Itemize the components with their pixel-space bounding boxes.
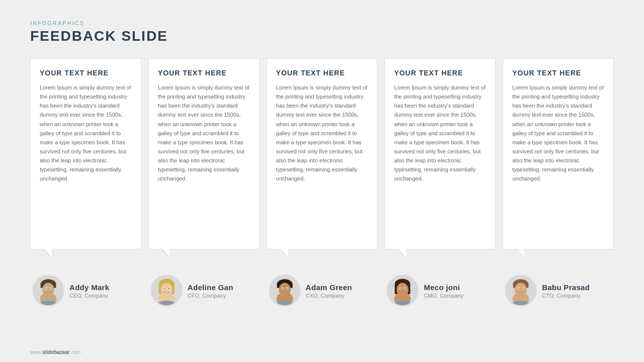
feedback-card-5: YOUR TEXT HERELorem Ipsum is simply dumm…	[503, 58, 614, 249]
header: INFOGRAPHICS FEEDBACK SLIDE	[30, 20, 614, 44]
person-row-2: Adeline GanCFO, Company	[148, 275, 260, 307]
avatar-4	[386, 275, 419, 307]
card-wrapper-2: YOUR TEXT HERELorem Ipsum is simply dumm…	[148, 58, 260, 307]
svg-point-7	[50, 288, 51, 289]
card-title-5: YOUR TEXT HERE	[512, 69, 604, 77]
person-info-1: Addy MarkCEO, Company	[69, 283, 109, 299]
svg-point-27	[282, 288, 283, 289]
card-title-3: YOUR TEXT HERE	[276, 69, 368, 77]
person-role-4: CMO, Company	[424, 293, 463, 299]
card-wrapper-1: YOUR TEXT HERELorem Ipsum is simply dumm…	[30, 58, 141, 307]
avatar-1	[32, 275, 64, 307]
person-info-4: Meco joniCMO, Company	[424, 283, 463, 299]
person-row-5: Babu PrasadCTO, Company	[503, 275, 614, 307]
card-wrapper-4: YOUR TEXT HERELorem Ipsum is simply dumm…	[384, 58, 496, 307]
feedback-card-4: YOUR TEXT HERELorem Ipsum is simply dumm…	[384, 58, 496, 249]
svg-point-49	[523, 288, 524, 289]
card-title-1: YOUR TEXT HERE	[40, 69, 132, 77]
avatar-3	[269, 275, 301, 307]
svg-point-39	[405, 288, 406, 289]
card-text-2: Lorem Ipsum is simply dummy text of the …	[158, 83, 250, 184]
avatar-2	[150, 275, 183, 307]
person-role-2: CFO, Company	[188, 293, 233, 299]
feedback-card-1: YOUR TEXT HERELorem Ipsum is simply dumm…	[30, 58, 141, 249]
avatar-5	[505, 275, 537, 307]
person-role-5: CTO, Company	[542, 293, 590, 299]
person-row-1: Addy MarkCEO, Company	[30, 275, 141, 307]
svg-point-17	[164, 288, 165, 289]
card-title-2: YOUR TEXT HERE	[158, 69, 250, 77]
feedback-card-3: YOUR TEXT HERELorem Ipsum is simply dumm…	[267, 58, 378, 249]
card-text-5: Lorem Ipsum is simply dummy text of the …	[512, 83, 604, 184]
svg-point-28	[286, 288, 287, 289]
person-role-1: CEO, Company	[69, 293, 109, 299]
person-name-1: Addy Mark	[69, 283, 109, 292]
page: INFOGRAPHICS FEEDBACK SLIDE YOUR TEXT HE…	[0, 0, 644, 362]
person-row-3: Adam GreenCXO, Company	[267, 275, 378, 307]
brand-name: slidebazaar	[42, 349, 69, 355]
person-info-5: Babu PrasadCTO, Company	[542, 283, 590, 299]
person-name-2: Adeline Gan	[188, 283, 233, 292]
card-text-1: Lorem Ipsum is simply dummy text of the …	[40, 83, 132, 184]
person-row-4: Meco joniCMO, Company	[384, 275, 496, 307]
footer: www.slidebazaar.com	[30, 349, 80, 355]
cards-row: YOUR TEXT HERELorem Ipsum is simply dumm…	[30, 58, 614, 347]
card-wrapper-5: YOUR TEXT HERELorem Ipsum is simply dumm…	[503, 58, 614, 307]
person-info-3: Adam GreenCXO, Company	[306, 283, 352, 299]
svg-point-6	[45, 288, 46, 289]
person-name-3: Adam Green	[306, 283, 352, 292]
svg-point-48	[518, 288, 519, 289]
feedback-card-2: YOUR TEXT HERELorem Ipsum is simply dumm…	[148, 58, 260, 249]
person-role-3: CXO, Company	[306, 293, 352, 299]
card-text-3: Lorem Ipsum is simply dummy text of the …	[276, 83, 368, 184]
card-wrapper-3: YOUR TEXT HERELorem Ipsum is simply dumm…	[267, 58, 378, 307]
svg-point-38	[400, 288, 401, 289]
infographics-label: INFOGRAPHICS	[30, 20, 614, 26]
svg-point-18	[168, 288, 169, 289]
card-title-4: YOUR TEXT HERE	[394, 69, 486, 77]
card-text-4: Lorem Ipsum is simply dummy text of the …	[394, 83, 486, 184]
person-name-4: Meco joni	[424, 283, 463, 292]
page-title: FEEDBACK SLIDE	[30, 28, 614, 44]
person-name-5: Babu Prasad	[542, 283, 590, 292]
person-info-2: Adeline GanCFO, Company	[188, 283, 233, 299]
